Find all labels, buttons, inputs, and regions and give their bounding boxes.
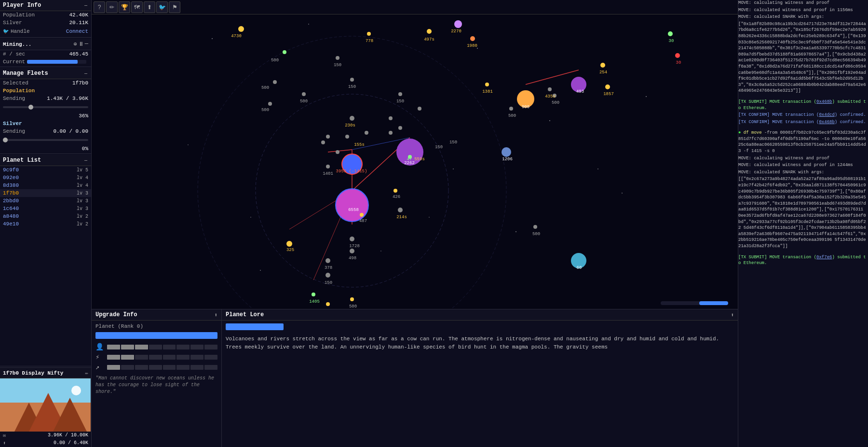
upgrade-seg [149, 345, 162, 349]
planet-dot[interactable] [553, 94, 556, 98]
planet-list-item[interactable]: 49e10lv 2 [0, 220, 91, 228]
planet-dot[interactable] [365, 131, 368, 135]
planet-dot[interactable] [454, 20, 462, 28]
planet-dot[interactable] [470, 36, 475, 41]
tx-link[interactable]: 0x4dcd [819, 112, 834, 117]
planet-dot[interactable] [548, 87, 552, 91]
planet-dot[interactable] [571, 253, 586, 268]
planet-dot[interactable] [283, 50, 286, 54]
planet-dot[interactable] [398, 208, 403, 212]
pencil-button[interactable]: ✏ [106, 1, 118, 13]
trophy-button[interactable]: 🏆 [119, 1, 130, 13]
help-button[interactable]: ? [94, 1, 105, 13]
planet-dot[interactable] [350, 116, 354, 121]
planet-list-item[interactable]: 1f7b0lv 3 [0, 189, 91, 197]
planet-dot[interactable] [326, 302, 330, 306]
planet-dot[interactable] [238, 26, 244, 32]
planet-dot[interactable] [389, 131, 393, 135]
mining-target-icon[interactable]: ⊕ [74, 41, 77, 48]
upgrade-seg [176, 355, 190, 360]
planet-dot[interactable] [509, 107, 513, 111]
silver-slider-thumb[interactable] [3, 138, 8, 142]
planet-list-item[interactable]: 1c640lv 3 [0, 205, 91, 212]
planet-list-item[interactable]: 092e0lv 4 [0, 174, 91, 182]
planet-dot[interactable] [571, 77, 586, 92]
planet-dot[interactable] [675, 53, 680, 58]
upgrade-seg [176, 365, 190, 370]
planet-list-item[interactable]: 9c9f0lv 5 [0, 166, 91, 174]
planet-preview-edit-icon[interactable]: ✏ [85, 370, 88, 376]
mining-title: Mining... [3, 42, 31, 47]
upgrade-export-icon[interactable]: ⬆ [214, 312, 217, 318]
map-label: 500 [261, 85, 269, 90]
planet-dot[interactable] [302, 92, 306, 96]
mining-collapse-icon[interactable]: — [85, 41, 88, 48]
planet-dot[interactable] [408, 155, 412, 159]
planet-dot[interactable] [326, 258, 330, 263]
mining-pause-icon[interactable]: ⏸ [78, 41, 84, 48]
planet-list-item[interactable]: 2bbd0lv 3 [0, 197, 91, 205]
planet-dot[interactable] [326, 165, 330, 168]
upgrade-panel-title: Upgrade Info [95, 311, 137, 318]
player-info-collapse[interactable]: — [83, 3, 88, 8]
map-button[interactable]: 🗺 [131, 1, 143, 13]
planet-dot[interactable] [668, 31, 673, 36]
planet-dot[interactable] [360, 213, 364, 217]
population-slider-thumb[interactable] [28, 105, 33, 110]
planet-dot[interactable] [350, 78, 354, 82]
planet-list-item[interactable]: a8480lv 2 [0, 212, 91, 220]
planet-dot[interactable] [336, 150, 339, 154]
planet-dot[interactable] [367, 32, 371, 36]
planet-dot[interactable] [600, 63, 605, 68]
planet-dot[interactable] [312, 293, 315, 296]
planet-dot[interactable] [350, 297, 354, 301]
planet-dot[interactable] [341, 154, 363, 175]
planet-dot[interactable] [321, 140, 325, 144]
planet-dot[interactable] [335, 188, 369, 222]
lore-export-icon[interactable]: ⬆ [731, 312, 734, 318]
planet-dot[interactable] [517, 90, 534, 108]
tx-link[interactable]: 0x468b [819, 120, 834, 125]
planet-dot[interactable] [502, 147, 511, 157]
planet-dot[interactable] [336, 56, 339, 60]
scroll-indicator[interactable] [661, 301, 728, 305]
flag-button[interactable]: ⚑ [169, 1, 180, 13]
planet-dot[interactable] [398, 126, 402, 130]
map-svg [92, 0, 738, 309]
planet-dot[interactable] [485, 83, 489, 86]
planet-dot[interactable] [396, 139, 423, 166]
planet-dot[interactable] [350, 249, 354, 253]
map-label: 500 [349, 304, 357, 309]
planet-list-item[interactable]: 8d380lv 4 [0, 182, 91, 189]
planet-dot[interactable] [533, 225, 537, 229]
planet-dot[interactable] [389, 116, 393, 120]
population-slider[interactable] [0, 103, 91, 111]
tx-link[interactable]: 0xf7e6 [816, 255, 832, 260]
manage-fleets-collapse[interactable]: — [83, 71, 88, 76]
svg-point-17 [515, 231, 516, 232]
planet-dot[interactable] [398, 92, 402, 96]
mining-header: Mining... ⊕ ⏸ — [0, 39, 91, 50]
planet-dot[interactable] [326, 273, 330, 278]
planet-dot[interactable] [345, 135, 349, 139]
twitter-button[interactable]: 🐦 [156, 1, 168, 13]
planet-dot[interactable] [273, 80, 277, 84]
planet-dot[interactable] [393, 189, 397, 193]
upgrade-bars-2 [107, 355, 217, 360]
log-entry [738, 251, 868, 254]
planet-dot[interactable] [326, 135, 330, 139]
planet-list-collapse[interactable]: — [83, 158, 88, 163]
planet-dot[interactable] [350, 237, 354, 241]
planet-dot[interactable] [605, 84, 610, 89]
tx-link[interactable]: 0x468b [816, 99, 832, 104]
planet-dot[interactable] [427, 29, 432, 34]
upgrade-button[interactable]: ⬆ [144, 1, 155, 13]
silver-slider[interactable] [0, 136, 91, 144]
planet-dot[interactable] [268, 102, 272, 106]
connect-button[interactable]: Connect [66, 28, 88, 34]
game-map[interactable]: ? ✏ 🏆 🗺 ⬆ 🐦 ⚑ [92, 0, 738, 309]
planet-dot[interactable] [418, 107, 421, 111]
planet-dot[interactable] [286, 241, 292, 247]
per-sec-label: # / sec [3, 51, 25, 57]
silver-value: 20.11K [69, 20, 88, 26]
